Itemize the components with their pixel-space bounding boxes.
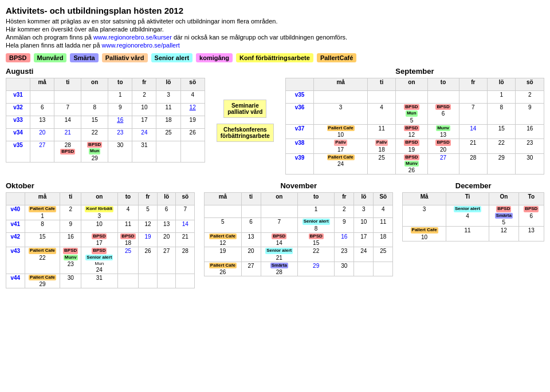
table-row: v41 8 9 10 11 12 13 14 — [6, 220, 195, 232]
december-title: December — [402, 181, 544, 190]
line2: Här kommer en översikt över alla planera… — [6, 26, 544, 33]
legend-senior-alert: Senior alert — [151, 53, 193, 62]
day-20[interactable]: 20 — [39, 129, 45, 136]
augusti-table: må ti on to fr lö sö v31 1 2 3 4 — [6, 78, 205, 163]
bottom-row: Oktober må ti on to fr lö sö v40 — [6, 181, 544, 288]
september-title: September — [285, 67, 544, 76]
legend-palliativ: Palliativ vård — [102, 53, 148, 62]
week-v42-link[interactable]: v42 — [10, 233, 20, 240]
november-calendar: November må ti on to fr lö Sö 1 2 3 — [204, 181, 393, 288]
table-row: v35 1 2 — [285, 91, 544, 104]
table-row: Pallert Cafe 10 11 12 13 — [403, 227, 544, 241]
week-v34-link[interactable]: v34 — [13, 129, 23, 136]
legend-munvard: Munvård — [34, 53, 67, 62]
table-row: v44 Pallert Cafe 29 30 31 — [6, 274, 195, 288]
legend-komigange: komigång — [196, 53, 233, 62]
week-v38-link[interactable]: v38 — [295, 140, 305, 146]
chefs-box: Chefskonferensförbättringsarbete — [217, 124, 274, 142]
legend-pallert-cafe: PallertCafé — [317, 53, 356, 62]
week-v44-link[interactable]: v44 — [10, 275, 20, 281]
augusti-title: Augusti — [6, 67, 205, 76]
oktober-calendar: Oktober må ti on to fr lö sö v40 — [6, 181, 195, 288]
week-v36-link[interactable]: v36 — [295, 104, 305, 110]
table-row: v38 Pallv 17 Pallv 18 — [285, 139, 544, 153]
table-row: v33 13 14 15 16 17 18 19 — [6, 116, 205, 129]
december-table: Må Ti On To 3 Senior alert 4 — [402, 192, 544, 241]
december-calendar: December Må Ti On To 3 Senior alert 4 — [402, 181, 544, 288]
november-title: November — [204, 181, 393, 190]
oktober-title: Oktober — [6, 181, 195, 190]
table-row: Pallert Cafe 26 27 Smärta 28 29 30 — [205, 262, 393, 276]
table-row: v31 1 2 3 4 — [6, 91, 205, 104]
table-row: 5 6 7 Senior alert 8 9 10 11 — [205, 218, 393, 232]
week-v31-link[interactable]: v31 — [13, 92, 23, 98]
week-v43-link[interactable]: v43 — [10, 248, 20, 254]
week-v37-link[interactable]: v37 — [295, 125, 305, 132]
week-v35-link[interactable]: v35 — [13, 142, 23, 148]
day-27[interactable]: 27 — [39, 142, 45, 148]
table-row: v32 6 7 8 9 10 11 12 — [6, 104, 205, 116]
week-v35-sep-link[interactable]: v35 — [295, 92, 305, 98]
table-row: v43 Pallert Cafe 22 BPSD Munv 23 — [6, 247, 195, 274]
week-v33-link[interactable]: v33 — [13, 117, 23, 123]
pallert-link[interactable]: www.regionorebro.se/pallert — [102, 42, 180, 49]
week-header — [6, 78, 30, 91]
legend-konf: Konf förbättringsarbete — [236, 53, 313, 62]
seminarie-box: Seminariepalliativ vård — [223, 100, 266, 118]
legend: BPSD Munvård Smärta Palliativ vård Senio… — [6, 53, 544, 62]
table-row: v39 Pallert Cafe 24 25 BPSD Munv 26 — [285, 153, 544, 175]
kurser-link[interactable]: www.regionorebro.se/kurser — [93, 34, 172, 41]
table-row: v36 3 4 BPSD Mun 5 BPSD 6 — [285, 104, 544, 125]
line3: Anmälan och program finns på www.regiono… — [6, 34, 544, 41]
table-row: 1 2 3 4 — [205, 205, 393, 218]
oktober-table: må ti on to fr lö sö v40 Pallert Cafe 1 — [6, 192, 195, 288]
table-row: v34 20 21 22 23 24 25 26 — [6, 129, 205, 141]
day-24[interactable]: 24 — [141, 129, 147, 136]
week-v32-link[interactable]: v32 — [13, 104, 23, 110]
table-row: Pallert Cafe 12 13 BPSD 14 BPSD — [205, 232, 393, 247]
line4: Hela planen finns att ladda ner på www.r… — [6, 42, 544, 49]
table-row: v40 Pallert Cafe 1 2 Konf förbätt 3 — [6, 205, 195, 220]
table-row: 19 20 Senior alert 21 22 23 24 25 — [205, 247, 393, 262]
week-v40-link[interactable]: v40 — [10, 206, 20, 212]
day-23[interactable]: 23 — [117, 129, 123, 136]
september-table: må ti on to fr lö sö v35 1 2 v36 — [285, 78, 544, 175]
week-v39-link[interactable]: v39 — [295, 155, 305, 161]
september-calendar: September må ti on to fr lö sö v35 — [285, 67, 544, 175]
page-title: Aktivitets- och utbildningsplan hösten 2… — [6, 6, 544, 15]
legend-bpsd: BPSD — [6, 53, 30, 62]
november-table: må ti on to fr lö Sö 1 2 3 4 — [204, 192, 393, 276]
day-21[interactable]: 21 — [65, 129, 71, 136]
legend-smarta: Smärta — [70, 53, 98, 62]
center-boxes: Seminariepalliativ vård Chefskonferensfö… — [217, 67, 274, 175]
augusti-calendar: Augusti må ti on to fr lö sö v31 1 — [6, 67, 205, 175]
subtitle: Hösten kommer att präglas av en stor sat… — [6, 18, 544, 25]
week-v41-link[interactable]: v41 — [10, 221, 20, 227]
table-row: v35 27 28 BPSD BPSD — [6, 141, 205, 163]
table-row: v42 15 16 BPSD 17 BPSD 18 — [6, 232, 195, 247]
table-row: 3 Senior alert 4 BPSD Smärta 5 — [403, 205, 544, 227]
table-row: v37 Pallert Cafe 10 11 BPSD 12 — [285, 124, 544, 138]
